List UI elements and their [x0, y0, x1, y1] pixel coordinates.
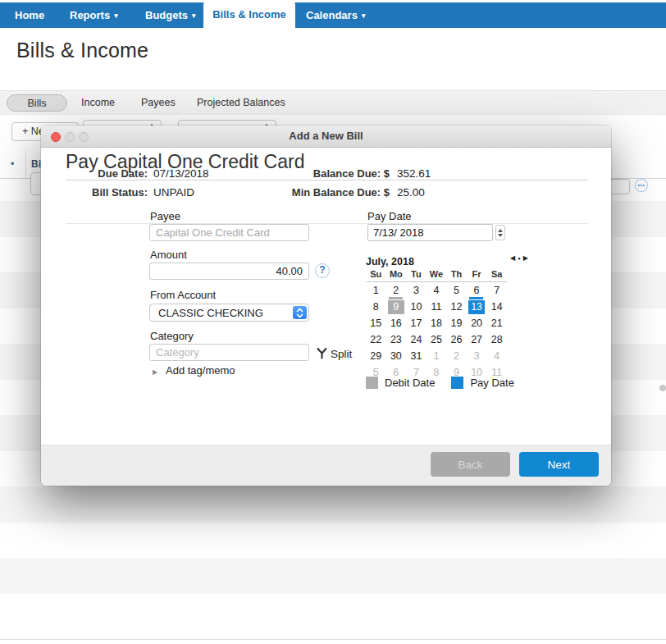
- date-stepper[interactable]: [495, 225, 505, 240]
- calendar-day[interactable]: 30: [386, 348, 407, 364]
- calendar-day-header: We: [427, 269, 447, 279]
- calendar-day[interactable]: 21: [486, 315, 507, 331]
- minimize-window-icon[interactable]: [65, 132, 75, 142]
- calendar-day-number: 3: [468, 349, 485, 363]
- calendar-day[interactable]: 22: [366, 331, 386, 348]
- calendar-day[interactable]: 19: [446, 315, 467, 331]
- tab-payees[interactable]: Payees: [141, 91, 176, 115]
- scrollbar-dot[interactable]: [659, 385, 666, 391]
- dialog-footer: Back Next: [41, 445, 611, 486]
- category-input[interactable]: [149, 344, 309, 361]
- bill-status-label: Bill Status:: [66, 186, 148, 199]
- calendar-week-row: 891011121314: [366, 299, 507, 315]
- pay-date-input[interactable]: [367, 224, 493, 241]
- calendar-day[interactable]: 1: [366, 282, 386, 299]
- pay-swatch: [451, 377, 463, 389]
- calendar-day[interactable]: 20: [467, 315, 487, 331]
- calendar-day[interactable]: 27: [467, 331, 487, 348]
- table-row: [0, 558, 666, 594]
- amount-input[interactable]: [149, 263, 309, 280]
- back-button[interactable]: Back: [431, 452, 510, 477]
- calendar-day[interactable]: 16: [386, 315, 407, 331]
- calendar-day-number: 31: [408, 349, 424, 363]
- from-account-value: CLASSIC CHECKING: [158, 304, 263, 322]
- due-date-label: Due Date:: [66, 167, 148, 180]
- next-button[interactable]: Next: [519, 452, 599, 477]
- close-window-icon[interactable]: [51, 132, 61, 142]
- calendar-day-number: 30: [388, 349, 404, 363]
- calendar-day[interactable]: 17: [406, 315, 427, 331]
- min-balance-label: Min Balance Due: $: [246, 186, 390, 199]
- nav-item-calendars[interactable]: Calendars▾: [306, 2, 365, 28]
- chevron-down-icon: ▾: [192, 11, 196, 20]
- calendar-day[interactable]: 18: [427, 315, 447, 331]
- calendar-day[interactable]: 14: [486, 299, 507, 315]
- nav-tab-bills-income[interactable]: Bills & Income: [203, 0, 295, 28]
- legend-label: Debit Date: [385, 377, 435, 389]
- calendar-day[interactable]: 3: [467, 348, 487, 364]
- nav-item-reports[interactable]: Reports▾: [70, 2, 118, 28]
- calendar-day[interactable]: 12: [446, 299, 467, 315]
- nav-item-budgets[interactable]: Budgets▾: [145, 2, 196, 28]
- calendar-day[interactable]: 25: [427, 331, 447, 348]
- tab-projected-balances[interactable]: Projected Balances: [197, 91, 285, 115]
- divider: [66, 180, 588, 180]
- calendar-day-number: 12: [449, 300, 465, 314]
- split-button[interactable]: Split: [331, 348, 352, 360]
- calendar-day-number: 9: [388, 300, 404, 314]
- calendar-day[interactable]: 15: [366, 315, 386, 331]
- calendar-day-number: 25: [428, 333, 445, 347]
- split-icon[interactable]: [316, 347, 328, 363]
- calendar-week-row: 2930311234: [366, 348, 507, 364]
- calendar-day[interactable]: 28: [486, 331, 507, 348]
- calendar-day[interactable]: 6: [467, 282, 487, 299]
- calendar-day-number: 20: [468, 317, 485, 331]
- calendar-day[interactable]: 3: [406, 282, 427, 299]
- calendar-day-number: 1: [428, 349, 445, 363]
- calendar-day-number: 21: [489, 317, 505, 331]
- calendar-day[interactable]: 24: [406, 331, 427, 348]
- calendar-day[interactable]: 5: [446, 282, 467, 299]
- from-account-select[interactable]: CLASSIC CHECKING: [149, 304, 309, 322]
- calendar-day[interactable]: 10: [406, 299, 427, 315]
- calendar-prev-icon[interactable]: ◀: [510, 254, 515, 262]
- calendar-day[interactable]: 9: [386, 299, 407, 315]
- payee-input[interactable]: [149, 224, 309, 241]
- calendar-today-icon[interactable]: ●: [518, 256, 521, 261]
- calendar-day-header: Fr: [467, 269, 487, 279]
- help-icon[interactable]: ?: [315, 263, 330, 278]
- calendar: July, 2018 ◀ ● ▶ SuMoTuWeThFrSa 12345678…: [366, 253, 507, 381]
- calendar-day[interactable]: 1: [427, 348, 447, 364]
- nav-item-home[interactable]: Home: [15, 2, 44, 28]
- calendar-day-number: 13: [468, 300, 485, 314]
- calendar-next-icon[interactable]: ▶: [523, 254, 528, 262]
- calendar-day-number: 22: [367, 333, 384, 347]
- disclosure-triangle-icon[interactable]: ▶: [153, 368, 157, 376]
- calendar-day-number: 6: [468, 284, 485, 298]
- calendar-day-number: 24: [408, 333, 424, 347]
- calendar-day[interactable]: 2: [386, 282, 407, 299]
- calendar-day[interactable]: 8: [366, 299, 386, 315]
- calendar-day[interactable]: 11: [427, 299, 447, 315]
- calendar-day-header: Mo: [386, 269, 407, 279]
- tab-income[interactable]: Income: [81, 91, 115, 115]
- calendar-day[interactable]: 4: [486, 348, 507, 364]
- calendar-day[interactable]: 23: [386, 331, 407, 348]
- select-stepper-icon: [293, 306, 307, 319]
- calendar-day-number: 2: [449, 349, 465, 363]
- dialog-title-bar[interactable]: Add a New Bill: [41, 126, 611, 148]
- calendar-day[interactable]: 13: [467, 299, 487, 315]
- calendar-day[interactable]: 2: [446, 348, 467, 364]
- section-tab-bar: BillsIncomePayeesProjected Balances: [0, 90, 666, 115]
- calendar-day[interactable]: 29: [366, 348, 386, 364]
- tab-bills[interactable]: Bills: [7, 94, 67, 112]
- calendar-day[interactable]: 26: [446, 331, 467, 348]
- calendar-day-header: Su: [366, 269, 386, 279]
- calendar-day[interactable]: 7: [486, 282, 507, 299]
- calendar-day[interactable]: 4: [427, 282, 447, 299]
- calendar-day[interactable]: 31: [406, 348, 427, 364]
- add-tag-memo-toggle[interactable]: Add tag/memo: [166, 364, 235, 377]
- zoom-window-icon[interactable]: [79, 132, 89, 142]
- more-options-icon[interactable]: •••: [635, 179, 648, 192]
- calendar-day-number: 2: [388, 284, 404, 298]
